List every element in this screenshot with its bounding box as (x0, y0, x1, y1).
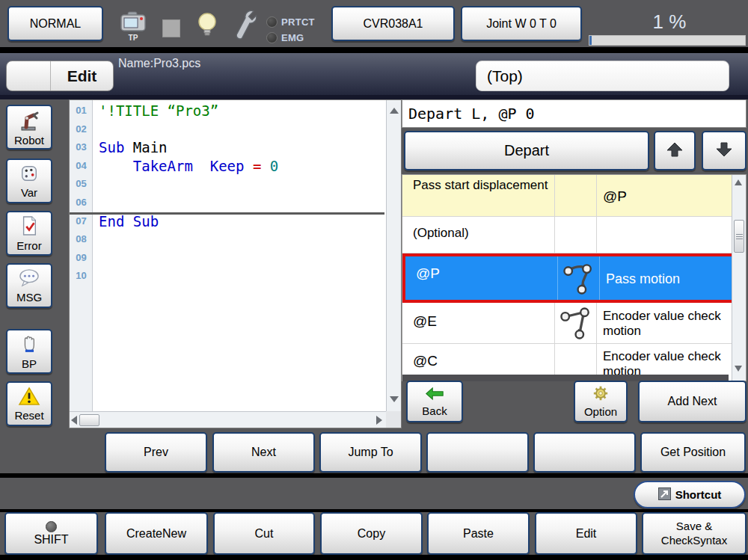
table-row-pass-motion[interactable]: @P Pass motion (402, 253, 738, 303)
sidebar-item-msg[interactable]: MSG (6, 263, 52, 308)
table-vertical-scrollbar[interactable] (732, 175, 746, 381)
code-text (93, 120, 99, 139)
next-label: Next (251, 446, 276, 459)
copy-label: Copy (358, 527, 385, 541)
arrow-up-icon (665, 141, 684, 161)
encoder-motion-icon (555, 303, 597, 343)
program-name-button[interactable]: CVR038A1 (331, 6, 455, 41)
line-number: 10 (70, 267, 93, 286)
shortcut-button[interactable]: Shortcut (634, 481, 746, 508)
paste-button[interactable]: Paste (427, 512, 530, 555)
prtct-indicator: PRTCT (266, 16, 315, 28)
option-desc-cell: Pass motion (600, 256, 735, 300)
code-editor[interactable]: 01'!TITLE “Pro3”0203Sub Main04 TakeArm K… (69, 99, 402, 428)
jump-to-button[interactable]: Jump To (319, 432, 422, 473)
sidebar-item-reset[interactable]: Reset (6, 381, 52, 426)
command-down-button[interactable] (702, 131, 747, 170)
paste-label: Paste (463, 527, 494, 541)
sidebar-item-error[interactable]: Error (6, 211, 52, 256)
line-number: 01 (70, 102, 93, 120)
scroll-down-icon[interactable] (390, 396, 399, 402)
mode-label: NORMAL (30, 17, 81, 31)
blank-function-button-1[interactable] (426, 432, 529, 473)
command-up-button[interactable] (654, 131, 696, 170)
prtct-label: PRTCT (281, 16, 315, 28)
command-line-field[interactable]: Depart L, @P 0 (402, 99, 747, 128)
line-number: 08 (70, 230, 93, 249)
tab-edit[interactable]: Edit (51, 61, 113, 90)
edit-label: Edit (576, 527, 597, 541)
param-name-cell: (Optional) (402, 217, 555, 253)
editor-vertical-scrollbar[interactable] (386, 100, 401, 411)
create-new-button[interactable]: CreateNew (105, 512, 208, 555)
speed-progress-bar (589, 35, 746, 46)
hand-stop-icon (19, 333, 39, 357)
scroll-up-icon[interactable] (390, 108, 399, 114)
table-scroll-thumb[interactable] (734, 220, 744, 253)
speed-percent-label: 1 % (621, 10, 718, 34)
param-value-cell: @P (597, 175, 732, 216)
thumb-grip-icon (736, 234, 743, 240)
speed-progress-fill (589, 36, 592, 45)
blank-function-button-2[interactable] (533, 432, 636, 473)
prev-button[interactable]: Prev (105, 432, 207, 473)
back-arrow-icon (425, 387, 444, 403)
program-name-label: CVR038A1 (363, 17, 423, 31)
sidebar-label: Error (16, 240, 41, 251)
line-number: 07 (70, 212, 93, 231)
sidebar-label: BP (22, 358, 37, 369)
line-number: 09 (70, 249, 93, 268)
scroll-up-icon[interactable] (735, 179, 742, 185)
command-name-button[interactable]: Depart (404, 131, 649, 170)
code-text (93, 249, 99, 268)
next-button[interactable]: Next (212, 432, 315, 473)
option-code-cell: @E (402, 303, 555, 343)
horizontal-scroll-thumb[interactable] (79, 414, 99, 426)
scroll-right-icon[interactable] (376, 416, 382, 425)
option-button[interactable]: Option (574, 381, 628, 422)
code-line-05: 05 (70, 175, 384, 194)
table-row-encoder-e[interactable]: @E Encoder value check motion (402, 303, 732, 344)
add-next-button[interactable]: Add Next (638, 381, 747, 422)
scope-select[interactable]: (Top) (476, 61, 729, 91)
emg-led-icon (266, 32, 278, 43)
code-line-06: 06 (70, 194, 384, 212)
table-row-pass-start[interactable]: Pass start displacement @P (402, 175, 732, 217)
code-text (93, 194, 99, 212)
cut-button[interactable]: Cut (213, 512, 315, 555)
sidebar-item-robot[interactable]: Robot (6, 105, 52, 150)
sidebar-label: Reset (14, 410, 43, 421)
edit-button[interactable]: Edit (535, 512, 637, 555)
scroll-down-icon[interactable] (735, 366, 742, 372)
bottom-edge (0, 555, 748, 560)
param-icon-cell (555, 217, 597, 253)
code-line-07: 07End Sub (70, 212, 384, 231)
sidebar-item-bp[interactable]: BP (6, 329, 52, 374)
back-button[interactable]: Back (406, 381, 463, 422)
pass-motion-icon (558, 256, 600, 300)
sidebar-label: Robot (14, 135, 44, 146)
shift-button[interactable]: SHIFT (4, 512, 98, 555)
arrow-down-icon (714, 141, 734, 161)
option-code-cell: @P (405, 256, 558, 300)
back-label: Back (422, 404, 447, 417)
mode-button[interactable]: NORMAL (7, 6, 103, 41)
param-icon-cell (555, 175, 597, 216)
error-log-icon (20, 215, 38, 239)
blank-tab[interactable] (7, 61, 51, 90)
sidebar-item-var[interactable]: Var (6, 159, 52, 203)
shortcut-icon (658, 487, 671, 502)
scroll-left-icon[interactable] (71, 416, 77, 425)
editor-horizontal-scrollbar[interactable] (70, 411, 386, 428)
program-file-name: Name:Pro3.pcs (118, 57, 200, 70)
get-position-button[interactable]: Get Position (640, 432, 746, 473)
shortcut-label: Shortcut (675, 488, 722, 501)
coordinate-mode-button[interactable]: Joint W 0 T 0 (461, 6, 582, 41)
code-text: Sub Main (93, 138, 168, 157)
save-checksyntax-button[interactable]: Save & CheckSyntax (642, 512, 747, 555)
edit-tab-group: Edit (6, 61, 114, 91)
code-text: '!TITLE “Pro3” (93, 102, 218, 120)
table-row-optional[interactable]: (Optional) (402, 217, 732, 253)
copy-button[interactable]: Copy (320, 512, 423, 555)
code-line-09: 09 (70, 249, 384, 268)
